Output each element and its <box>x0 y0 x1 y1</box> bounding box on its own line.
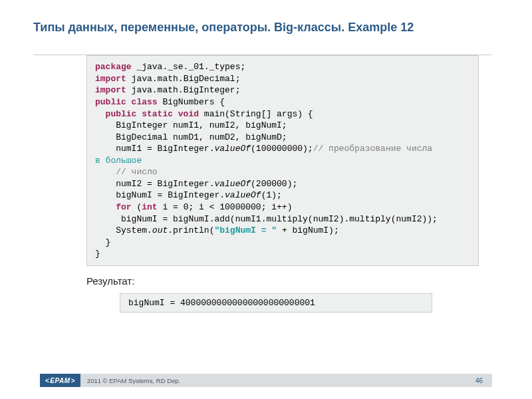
keyword: public static void <box>95 109 199 119</box>
keyword: import <box>95 74 126 84</box>
result-label: Результат: <box>86 275 499 287</box>
result-output: bigNumI = 40000000000000000000000001 <box>120 293 432 313</box>
keyword: for <box>95 202 132 212</box>
keyword: import <box>95 85 126 95</box>
divider <box>33 55 492 55</box>
keyword: public class <box>95 97 158 107</box>
keyword: package <box>95 62 132 72</box>
comment: // число <box>95 167 158 177</box>
page-number: 46 <box>452 374 492 387</box>
footer: EPAM 2011 © EPAM Systems, RD Dep. 46 <box>0 374 532 387</box>
code-block: package _java._se._01._types; import jav… <box>86 55 479 265</box>
slide: Типы данных, переменные, операторы. Big-… <box>0 0 532 399</box>
keyword: int <box>142 202 157 212</box>
logo: EPAM <box>40 374 80 387</box>
slide-title: Типы данных, переменные, операторы. Big-… <box>33 20 499 35</box>
comment: // преобразование числа <box>313 144 432 154</box>
string-literal: "bigNumI = " <box>214 225 277 235</box>
copyright: 2011 © EPAM Systems, RD Dep. <box>80 374 452 387</box>
